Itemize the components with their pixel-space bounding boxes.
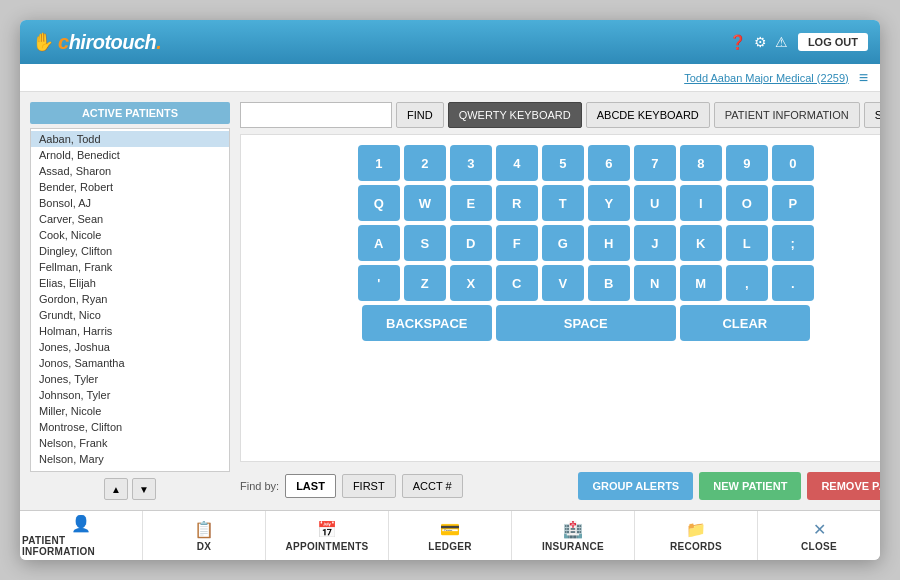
list-item[interactable]: Montrose, Clifton <box>31 419 229 435</box>
find-button[interactable]: FIND <box>396 102 444 128</box>
list-item[interactable]: Nelson, Frank <box>31 435 229 451</box>
list-item[interactable]: Grundt, Nico <box>31 307 229 323</box>
logout-button[interactable]: LOG OUT <box>798 33 868 51</box>
records-icon: 📁 <box>686 520 706 539</box>
scroll-up-button[interactable]: ▲ <box>104 478 128 500</box>
key-d[interactable]: D <box>450 225 492 261</box>
search-input[interactable] <box>240 102 392 128</box>
list-item[interactable]: Jones, Joshua <box>31 339 229 355</box>
abcde-keyboard-button[interactable]: ABCDE KEYBOARD <box>586 102 710 128</box>
left-panel: ACTIVE PATIENTS Aaban, Todd Arnold, Bene… <box>30 102 230 500</box>
key-a[interactable]: A <box>358 225 400 261</box>
key-c[interactable]: C <box>496 265 538 301</box>
remove-patient-button[interactable]: REMOVE PATIENT <box>807 472 880 500</box>
nav-close[interactable]: ✕ CLOSE <box>758 511 880 560</box>
patient-information-button[interactable]: PATIENT INFORMATION <box>714 102 860 128</box>
list-item[interactable]: Holman, Harris <box>31 323 229 339</box>
key-f[interactable]: F <box>496 225 538 261</box>
find-acct-button[interactable]: ACCT # <box>402 474 463 498</box>
key-apostrophe[interactable]: ' <box>358 265 400 301</box>
key-3[interactable]: 3 <box>450 145 492 181</box>
key-t[interactable]: T <box>542 185 584 221</box>
list-item[interactable]: Arnold, Benedict <box>31 147 229 163</box>
list-item[interactable]: Bonsol, AJ <box>31 195 229 211</box>
key-b[interactable]: B <box>588 265 630 301</box>
list-item[interactable]: Bender, Robert <box>31 179 229 195</box>
key-y[interactable]: Y <box>588 185 630 221</box>
list-item[interactable]: Carver, Sean <box>31 211 229 227</box>
key-6[interactable]: 6 <box>588 145 630 181</box>
key-o[interactable]: O <box>726 185 768 221</box>
key-n[interactable]: N <box>634 265 676 301</box>
active-patients-button[interactable]: ACTIVE PATIENTS <box>30 102 230 124</box>
key-semicolon[interactable]: ; <box>772 225 814 261</box>
list-item[interactable]: Aaban, Todd <box>31 131 229 147</box>
list-item[interactable]: Nelson, Nicholas <box>31 467 229 472</box>
key-p[interactable]: P <box>772 185 814 221</box>
key-i[interactable]: I <box>680 185 722 221</box>
bottom-toolbar: Find by: LAST FIRST ACCT # GROUP ALERTS … <box>240 472 880 500</box>
list-item[interactable]: Dingley, Clifton <box>31 243 229 259</box>
find-last-button[interactable]: LAST <box>285 474 336 498</box>
key-w[interactable]: W <box>404 185 446 221</box>
search-button[interactable]: SEARCH <box>864 102 880 128</box>
key-h[interactable]: H <box>588 225 630 261</box>
key-k[interactable]: K <box>680 225 722 261</box>
key-q[interactable]: Q <box>358 185 400 221</box>
key-z[interactable]: Z <box>404 265 446 301</box>
alert-icon[interactable]: ⚠ <box>775 34 788 50</box>
key-1[interactable]: 1 <box>358 145 400 181</box>
nav-insurance[interactable]: 🏥 INSURANCE <box>512 511 635 560</box>
key-x[interactable]: X <box>450 265 492 301</box>
list-item[interactable]: Fellman, Frank <box>31 259 229 275</box>
nav-appointments[interactable]: 📅 APPOINTMENTS <box>266 511 389 560</box>
list-item[interactable]: Johnson, Tyler <box>31 387 229 403</box>
key-s[interactable]: S <box>404 225 446 261</box>
list-item[interactable]: Nelson, Mary <box>31 451 229 467</box>
nav-records[interactable]: 📁 RECORDS <box>635 511 758 560</box>
list-item[interactable]: Gordon, Ryan <box>31 291 229 307</box>
key-8[interactable]: 8 <box>680 145 722 181</box>
keyboard-row-actions: BACKSPACE SPACE CLEAR <box>251 305 880 341</box>
menu-lines-icon[interactable]: ≡ <box>859 69 868 87</box>
dx-icon: 📋 <box>194 520 214 539</box>
nav-patient-information[interactable]: 👤 PATIENT INFORMATION <box>20 511 143 560</box>
key-comma[interactable]: , <box>726 265 768 301</box>
key-g[interactable]: G <box>542 225 584 261</box>
find-first-button[interactable]: FIRST <box>342 474 396 498</box>
nav-ledger[interactable]: 💳 LEDGER <box>389 511 512 560</box>
group-alerts-button[interactable]: GROUP ALERTS <box>578 472 693 500</box>
key-5[interactable]: 5 <box>542 145 584 181</box>
list-item[interactable]: Miller, Nicole <box>31 403 229 419</box>
key-7[interactable]: 7 <box>634 145 676 181</box>
new-patient-button[interactable]: NEW PATIENT <box>699 472 801 500</box>
qwerty-keyboard-button[interactable]: QWERTY KEYBOARD <box>448 102 582 128</box>
key-0[interactable]: 0 <box>772 145 814 181</box>
clear-key[interactable]: CLEAR <box>680 305 810 341</box>
list-item[interactable]: Assad, Sharon <box>31 163 229 179</box>
key-9[interactable]: 9 <box>726 145 768 181</box>
key-period[interactable]: . <box>772 265 814 301</box>
key-l[interactable]: L <box>726 225 768 261</box>
key-2[interactable]: 2 <box>404 145 446 181</box>
main-window: ✋ chirotouch. ❓ ⚙ ⚠ LOG OUT Todd Aaban M… <box>20 20 880 560</box>
backspace-key[interactable]: BACKSPACE <box>362 305 492 341</box>
list-item[interactable]: Jonos, Samantha <box>31 355 229 371</box>
list-item[interactable]: Jones, Tyler <box>31 371 229 387</box>
settings-icon[interactable]: ⚙ <box>754 34 767 50</box>
key-j[interactable]: J <box>634 225 676 261</box>
key-4[interactable]: 4 <box>496 145 538 181</box>
space-key[interactable]: SPACE <box>496 305 676 341</box>
nav-dx[interactable]: 📋 DX <box>143 511 266 560</box>
user-info[interactable]: Todd Aaban Major Medical (2259) <box>684 72 848 84</box>
ledger-icon: 💳 <box>440 520 460 539</box>
key-e[interactable]: E <box>450 185 492 221</box>
key-m[interactable]: M <box>680 265 722 301</box>
scroll-down-button[interactable]: ▼ <box>132 478 156 500</box>
help-icon[interactable]: ❓ <box>729 34 746 50</box>
key-v[interactable]: V <box>542 265 584 301</box>
key-u[interactable]: U <box>634 185 676 221</box>
list-item[interactable]: Elias, Elijah <box>31 275 229 291</box>
list-item[interactable]: Cook, Nicole <box>31 227 229 243</box>
key-r[interactable]: R <box>496 185 538 221</box>
